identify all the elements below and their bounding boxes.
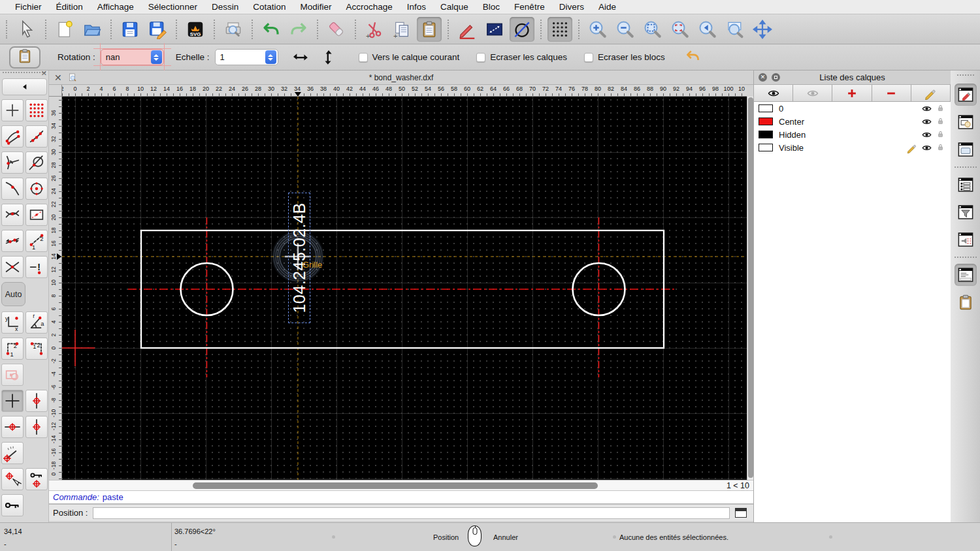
menu-divers[interactable]: Divers (552, 0, 591, 14)
crosshair-vertical-button[interactable] (25, 416, 48, 438)
undo-button[interactable] (259, 17, 284, 42)
copy-button[interactable]: + (389, 17, 414, 42)
dock-hatch-button[interactable] (955, 228, 977, 251)
command-line[interactable]: Commande: paste (49, 491, 753, 504)
pasted-text-entity[interactable]: 104.245.02.4B (288, 193, 310, 323)
menu-affichage[interactable]: Affichage (90, 0, 141, 14)
restrict-nothing-button[interactable]: ! (25, 256, 48, 278)
flip-horizontal-button[interactable] (289, 46, 312, 69)
layer-lock-icon[interactable] (936, 129, 945, 140)
open-file-button[interactable] (80, 17, 105, 42)
layer-visibility-icon[interactable] (921, 116, 932, 127)
dock-filter-button[interactable] (955, 201, 977, 223)
layer-row-visible[interactable]: Visible (754, 141, 951, 154)
rotation-combobox[interactable] (101, 49, 164, 65)
snap-center-button[interactable] (25, 178, 48, 200)
edit-pencil-icon[interactable] (906, 142, 917, 153)
zoom-out-button[interactable] (613, 17, 638, 42)
save-file-button[interactable] (118, 17, 142, 42)
zoom-in-button[interactable] (585, 17, 610, 42)
zoom-redraw-button[interactable] (668, 17, 693, 42)
scale-combobox[interactable] (215, 49, 278, 65)
edit-layer-button[interactable] (911, 85, 951, 101)
snap-distance-button[interactable]: 12 (25, 230, 48, 252)
snap-free-button[interactable] (1, 99, 24, 121)
menu-accrochage[interactable]: Accrochage (338, 0, 399, 14)
show-all-layers-button[interactable] (754, 85, 793, 101)
menu-dessin[interactable]: Dessin (204, 0, 246, 14)
snap-tangent-button[interactable] (25, 151, 48, 174)
menu-aide[interactable]: Aide (591, 0, 623, 14)
snap-middle-button[interactable] (1, 178, 24, 200)
eraser-button[interactable] (324, 17, 349, 42)
snap-on-entity-button[interactable] (25, 125, 48, 148)
coords-polar-button[interactable]: ra (25, 311, 48, 334)
lock-reference-button[interactable] (25, 468, 48, 490)
crosshair-plain-button[interactable] (1, 390, 24, 412)
flip-vertical-button[interactable] (316, 46, 340, 69)
drawing-canvas[interactable]: 104.245.02.4B Grille (62, 97, 747, 480)
layer-visibility-icon[interactable] (921, 129, 932, 140)
snap-auto-button[interactable]: Auto (1, 282, 25, 306)
scale-input[interactable] (216, 52, 265, 62)
layer-lock-icon[interactable] (936, 103, 945, 114)
select-cursor-button[interactable] (14, 17, 39, 42)
dock-command-button[interactable] (955, 264, 977, 286)
menu-selectionner[interactable]: Sélectionner (141, 0, 204, 14)
options-undo-button[interactable] (685, 48, 702, 67)
menu-calque[interactable]: Calque (433, 0, 476, 14)
restrict-directions-button[interactable] (1, 230, 24, 252)
snap-reference-box-button[interactable] (25, 204, 48, 226)
crosshair-full-button[interactable] (25, 390, 48, 412)
snap-perpendicular-button[interactable] (1, 151, 24, 174)
dock-blocks-button[interactable] (955, 111, 977, 133)
snap-endpoint-button[interactable] (1, 125, 24, 148)
move-reference-button[interactable] (1, 468, 24, 490)
dock-clipboard-button[interactable] (955, 291, 977, 313)
save-file-as-button[interactable] (145, 17, 170, 42)
position-input[interactable] (93, 507, 730, 519)
toolbar-drag-handle[interactable] (6, 20, 10, 39)
menu-infos[interactable]: Infos (400, 0, 433, 14)
draw-pencil-button[interactable] (455, 17, 480, 42)
dock-block-items-button[interactable] (955, 174, 977, 196)
paste-button[interactable] (417, 17, 442, 42)
rotation-input[interactable] (101, 52, 151, 62)
new-file-button[interactable] (52, 17, 77, 42)
checkbox-icon[interactable] (584, 53, 593, 62)
hide-all-layers-button[interactable] (793, 85, 832, 101)
dock-layers-button[interactable] (955, 84, 977, 106)
cross-intersection-button[interactable] (1, 256, 24, 278)
crosshair-horizontal-button[interactable] (1, 416, 24, 438)
paste-options-button[interactable] (9, 46, 41, 69)
coords-cartesian-button[interactable]: yx (1, 311, 24, 334)
checkbox-icon[interactable] (476, 53, 485, 62)
spinner-icon[interactable] (151, 50, 162, 64)
selection-preview-button[interactable] (1, 364, 24, 386)
add-layer-button[interactable] (832, 85, 872, 101)
scrollbar-thumb[interactable] (193, 482, 598, 489)
measure-distance-button[interactable] (482, 17, 507, 42)
checkbox-vers-le-calque-courant[interactable]: Vers le calque courant (359, 52, 460, 62)
layer-lock-icon[interactable] (936, 116, 945, 127)
dock-library-button[interactable] (955, 138, 977, 161)
grid-toggle-button[interactable] (547, 17, 572, 42)
layer-lock-icon[interactable] (936, 142, 945, 153)
spinner-icon[interactable] (265, 50, 276, 64)
menu-fichier[interactable]: Fichier (8, 0, 49, 14)
export-svg-button[interactable]: SVG (183, 17, 208, 42)
vertical-scrollbar[interactable] (747, 97, 753, 480)
corner-snap-1-button[interactable]: 12 (1, 338, 24, 360)
menu-modifier[interactable]: Modifier (293, 0, 338, 14)
palette-drag-handle[interactable]: ✕ (3, 72, 46, 77)
menu-fenetre[interactable]: Fenêtre (507, 0, 552, 14)
cut-button[interactable]: + (362, 17, 387, 42)
menu-bloc[interactable]: Bloc (476, 0, 507, 14)
horizontal-scrollbar[interactable]: 1 < 10 (49, 480, 753, 491)
layer-row-0[interactable]: 0 (754, 102, 951, 115)
draw-circle-line-button[interactable] (510, 17, 534, 42)
close-palette-icon[interactable]: ✕ (41, 69, 47, 78)
menu-edition[interactable]: Édition (49, 0, 90, 14)
zoom-window-button[interactable] (723, 17, 747, 42)
zoom-previous-button[interactable] (695, 17, 720, 42)
